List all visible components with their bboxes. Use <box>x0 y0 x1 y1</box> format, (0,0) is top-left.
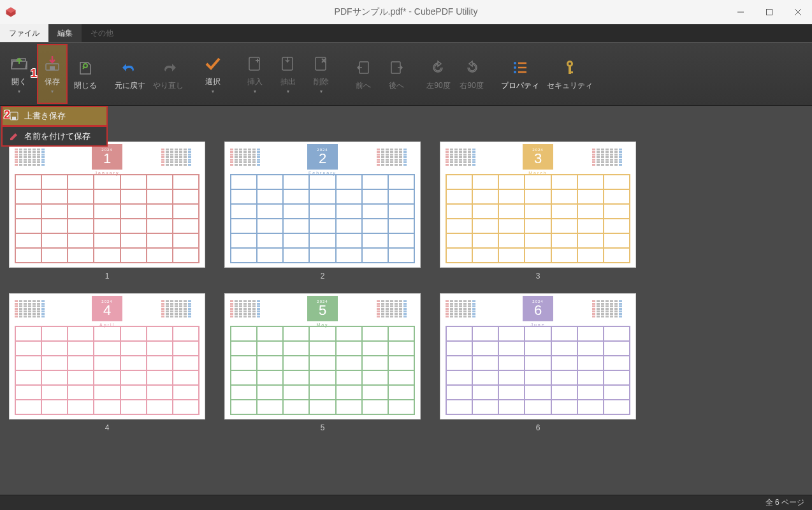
chevron-down-icon: ▾ <box>320 89 323 94</box>
prev-label: 前へ <box>356 80 371 91</box>
page-count: 全 6 ページ <box>765 497 804 508</box>
property-label: プロパティ <box>501 80 539 91</box>
month-badge: 2024 6 <box>523 296 553 321</box>
property-button[interactable]: プロパティ <box>498 48 542 99</box>
prev-button[interactable]: 前へ <box>348 48 379 99</box>
save-label: 保存 <box>45 76 60 87</box>
overwrite-label: 上書き保存 <box>24 110 66 122</box>
page-number: 5 <box>321 423 325 432</box>
month-badge: 2024 3 <box>523 144 553 170</box>
rotate-left-label: 左90度 <box>426 80 450 91</box>
page-number: 4 <box>105 423 110 432</box>
rotate-left-button[interactable]: 左90度 <box>423 48 454 99</box>
close-file-button[interactable]: 閉じる <box>70 48 101 99</box>
redo-label: やり直し <box>153 80 184 91</box>
close-file-label: 閉じる <box>74 80 97 91</box>
maximize-button[interactable] <box>755 0 783 24</box>
page-thumbnail[interactable]: 2024 4 April 4 <box>9 293 205 432</box>
menu-edit[interactable]: 編集 <box>48 24 82 42</box>
redo-button[interactable]: やり直し <box>150 48 186 99</box>
page-number: 2 <box>321 272 325 280</box>
page-image: 2024 1 January <box>9 142 205 268</box>
svg-rect-22 <box>569 71 573 73</box>
delete-label: 削除 <box>314 76 329 87</box>
window-title: PDFサンプル.pdf* - CubePDF Utility <box>335 6 478 18</box>
undo-icon <box>120 57 140 78</box>
delete-icon <box>311 54 331 74</box>
page-thumbnail[interactable]: 2024 1 January 1 <box>9 142 205 280</box>
calendar-grid <box>446 326 630 415</box>
calendar-grid <box>230 174 415 263</box>
save-icon <box>9 111 19 121</box>
mini-calendar-next <box>161 149 199 171</box>
mini-calendar-next <box>592 300 630 323</box>
page-number: 3 <box>536 272 540 280</box>
page-image: 2024 3 March <box>440 142 636 268</box>
undo-button[interactable]: 元に戻す <box>112 48 148 99</box>
next-icon <box>386 57 407 78</box>
toolbar: 開く ▾ 1 保存 ▾ 閉じる 元に戻す やり直し 選択 ▾ 挿入 ▾ 抽出 ▾… <box>0 42 812 106</box>
page-thumbnail[interactable]: 2024 2 February 2 <box>224 142 421 280</box>
calendar-grid <box>15 174 199 263</box>
svg-point-13 <box>514 62 516 64</box>
saveas-label: 名前を付けて保存 <box>24 131 91 142</box>
month-badge: 2024 1 <box>92 144 122 170</box>
mini-calendar-prev <box>446 300 484 323</box>
page-thumbnail[interactable]: 2024 5 May 5 <box>224 293 421 432</box>
app-icon <box>5 6 17 18</box>
chevron-down-icon: ▾ <box>254 89 256 94</box>
annotation-1: 1 <box>31 67 37 80</box>
open-icon <box>9 54 29 74</box>
minimize-button[interactable] <box>726 0 755 24</box>
chevron-down-icon: ▾ <box>51 89 54 94</box>
page-image: 2024 4 April <box>9 293 205 419</box>
open-button[interactable]: 開く ▾ <box>4 48 34 99</box>
check-icon <box>203 54 223 74</box>
page-image: 2024 5 May <box>224 293 421 419</box>
mini-calendar-prev <box>230 300 268 323</box>
calendar-grid <box>446 174 630 263</box>
saveas-item[interactable]: 名前を付けて保存 <box>1 126 108 147</box>
key-icon <box>560 57 580 78</box>
menu-file[interactable]: ファイル <box>0 24 48 42</box>
next-button[interactable]: 後へ <box>381 48 412 99</box>
mini-calendar-next <box>377 149 415 171</box>
open-label: 開く <box>11 76 27 87</box>
close-file-icon <box>75 57 96 78</box>
month-badge: 2024 2 <box>307 144 338 170</box>
prev-icon <box>353 57 373 78</box>
delete-button[interactable]: 削除 ▾ <box>306 48 337 99</box>
mini-calendar-prev <box>230 149 268 171</box>
menu-other[interactable]: その他 <box>82 24 122 42</box>
extract-label: 抽出 <box>280 76 296 87</box>
page-thumbnail[interactable]: 2024 3 March 3 <box>440 142 636 280</box>
extract-button[interactable]: 抽出 ▾ <box>273 48 303 99</box>
page-grid: 2024 1 January 1 2024 2 February <box>0 106 812 441</box>
chevron-down-icon: ▾ <box>18 89 20 94</box>
month-badge: 2024 5 <box>307 296 338 321</box>
page-number: 1 <box>105 272 110 280</box>
svg-rect-3 <box>766 10 772 15</box>
close-button[interactable] <box>783 0 812 24</box>
svg-point-20 <box>569 62 571 65</box>
rotate-right-button[interactable]: 右90度 <box>456 48 487 99</box>
mini-calendar-prev <box>15 300 53 323</box>
statusbar: 全 6 ページ <box>0 495 812 510</box>
insert-button[interactable]: 挿入 ▾ <box>240 48 270 99</box>
select-button[interactable]: 選択 ▾ <box>198 48 228 99</box>
save-button[interactable]: 1 保存 ▾ <box>37 44 68 104</box>
list-icon <box>510 57 530 78</box>
svg-rect-24 <box>12 117 16 120</box>
calendar-grid <box>230 326 415 415</box>
page-image: 2024 6 June <box>440 293 636 419</box>
overwrite-save-item[interactable]: 上書き保存 <box>1 106 108 126</box>
security-button[interactable]: セキュリティ <box>544 48 595 99</box>
insert-label: 挿入 <box>247 76 263 87</box>
save-dropdown: 2 上書き保存 名前を付けて保存 <box>1 106 108 147</box>
titlebar: PDFサンプル.pdf* - CubePDF Utility <box>0 0 812 24</box>
page-number: 6 <box>536 423 540 432</box>
mini-calendar-next <box>161 300 199 323</box>
page-thumbnail[interactable]: 2024 6 June 6 <box>440 293 636 432</box>
next-label: 後へ <box>389 80 404 91</box>
save-icon <box>42 54 62 74</box>
